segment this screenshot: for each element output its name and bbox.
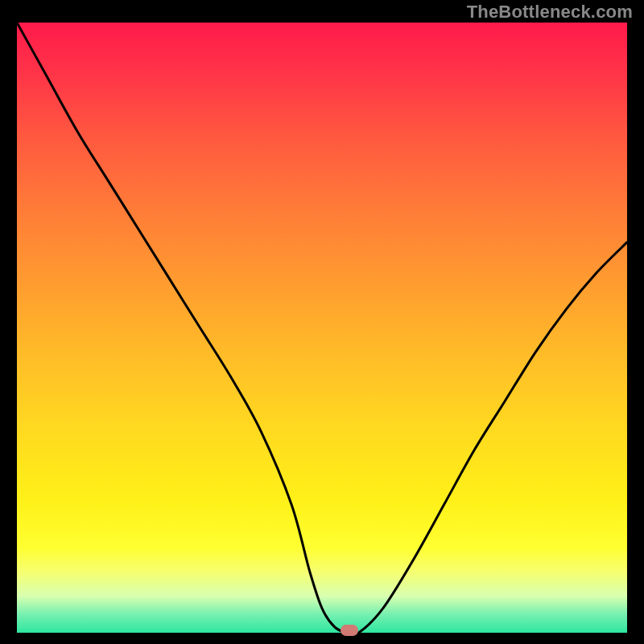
- attribution-label: TheBottleneck.com: [467, 2, 633, 23]
- optimal-marker: [341, 625, 358, 636]
- chart-frame: TheBottleneck.com: [0, 0, 644, 644]
- curve-path: [17, 23, 627, 633]
- plot-area: [17, 23, 627, 633]
- bottleneck-curve: [17, 23, 627, 633]
